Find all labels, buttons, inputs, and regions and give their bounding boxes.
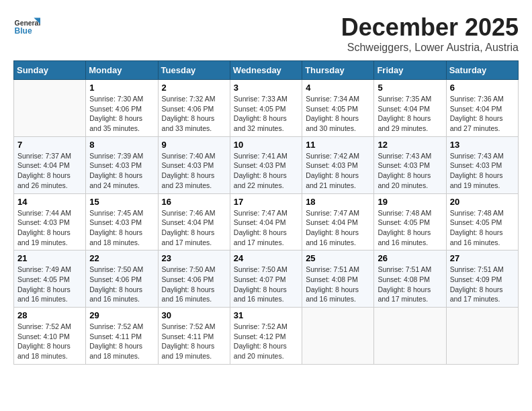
- calendar-cell: 11Sunrise: 7:42 AMSunset: 4:03 PMDayligh…: [302, 136, 374, 193]
- day-number: 20: [450, 197, 515, 207]
- day-info: Sunrise: 7:52 AMSunset: 4:12 PMDaylight:…: [234, 322, 298, 361]
- day-info: Sunrise: 7:30 AMSunset: 4:06 PMDaylight:…: [89, 94, 154, 134]
- calendar-cell: 13Sunrise: 7:43 AMSunset: 4:03 PMDayligh…: [446, 136, 518, 193]
- calendar-cell: 4Sunrise: 7:34 AMSunset: 4:05 PMDaylight…: [302, 80, 374, 137]
- calendar-header-row: SundayMondayTuesdayWednesdayThursdayFrid…: [14, 61, 519, 80]
- logo: General Blue: [13, 13, 43, 40]
- calendar-cell: [374, 308, 446, 365]
- calendar-cell: 10Sunrise: 7:41 AMSunset: 4:03 PMDayligh…: [230, 136, 302, 193]
- calendar-cell: [302, 308, 374, 365]
- day-number: 23: [162, 253, 226, 263]
- calendar-cell: [14, 80, 86, 137]
- day-info: Sunrise: 7:50 AMSunset: 4:07 PMDaylight:…: [234, 265, 298, 304]
- calendar-cell: 21Sunrise: 7:49 AMSunset: 4:05 PMDayligh…: [14, 250, 86, 308]
- day-info: Sunrise: 7:40 AMSunset: 4:03 PMDaylight:…: [162, 151, 226, 191]
- calendar-cell: 29Sunrise: 7:52 AMSunset: 4:11 PMDayligh…: [86, 308, 158, 365]
- logo-icon: General Blue: [13, 13, 40, 40]
- day-number: 27: [450, 253, 515, 263]
- day-number: 12: [378, 140, 442, 150]
- calendar-cell: 30Sunrise: 7:52 AMSunset: 4:11 PMDayligh…: [158, 308, 230, 365]
- calendar-cell: 8Sunrise: 7:39 AMSunset: 4:03 PMDaylight…: [86, 136, 158, 193]
- day-number: 4: [306, 83, 370, 93]
- day-number: 24: [234, 253, 298, 263]
- day-info: Sunrise: 7:37 AMSunset: 4:04 PMDaylight:…: [17, 151, 82, 191]
- month-title: December 2025: [341, 13, 519, 42]
- day-number: 3: [234, 83, 298, 93]
- day-number: 7: [17, 140, 82, 150]
- day-number: 11: [306, 140, 370, 150]
- calendar-week-row: 28Sunrise: 7:52 AMSunset: 4:10 PMDayligh…: [14, 308, 519, 365]
- day-info: Sunrise: 7:33 AMSunset: 4:05 PMDaylight:…: [234, 94, 298, 134]
- calendar-week-row: 1Sunrise: 7:30 AMSunset: 4:06 PMDaylight…: [14, 80, 519, 137]
- col-header-sunday: Sunday: [14, 61, 86, 80]
- day-number: 8: [89, 140, 154, 150]
- day-info: Sunrise: 7:46 AMSunset: 4:04 PMDaylight:…: [162, 208, 226, 248]
- day-number: 26: [378, 253, 442, 263]
- day-info: Sunrise: 7:35 AMSunset: 4:04 PMDaylight:…: [378, 94, 442, 134]
- day-info: Sunrise: 7:51 AMSunset: 4:08 PMDaylight:…: [306, 265, 370, 304]
- day-info: Sunrise: 7:52 AMSunset: 4:11 PMDaylight:…: [162, 322, 226, 361]
- calendar-cell: [446, 308, 518, 365]
- day-number: 29: [89, 310, 154, 320]
- calendar-table: SundayMondayTuesdayWednesdayThursdayFrid…: [13, 60, 519, 365]
- day-number: 18: [306, 197, 370, 207]
- day-info: Sunrise: 7:43 AMSunset: 4:03 PMDaylight:…: [378, 151, 442, 191]
- day-number: 5: [378, 83, 442, 93]
- day-info: Sunrise: 7:34 AMSunset: 4:05 PMDaylight:…: [306, 94, 370, 134]
- calendar-cell: 2Sunrise: 7:32 AMSunset: 4:06 PMDaylight…: [158, 80, 230, 137]
- calendar-cell: 31Sunrise: 7:52 AMSunset: 4:12 PMDayligh…: [230, 308, 302, 365]
- calendar-cell: 12Sunrise: 7:43 AMSunset: 4:03 PMDayligh…: [374, 136, 446, 193]
- day-info: Sunrise: 7:41 AMSunset: 4:03 PMDaylight:…: [234, 151, 298, 191]
- calendar-cell: 25Sunrise: 7:51 AMSunset: 4:08 PMDayligh…: [302, 250, 374, 308]
- calendar-cell: 19Sunrise: 7:48 AMSunset: 4:05 PMDayligh…: [374, 193, 446, 250]
- calendar-cell: 16Sunrise: 7:46 AMSunset: 4:04 PMDayligh…: [158, 193, 230, 250]
- day-number: 25: [306, 253, 370, 263]
- svg-text:Blue: Blue: [15, 26, 32, 36]
- day-info: Sunrise: 7:50 AMSunset: 4:06 PMDaylight:…: [89, 265, 154, 304]
- day-number: 17: [234, 197, 298, 207]
- calendar-cell: 27Sunrise: 7:51 AMSunset: 4:09 PMDayligh…: [446, 250, 518, 308]
- day-number: 22: [89, 253, 154, 263]
- calendar-week-row: 14Sunrise: 7:44 AMSunset: 4:03 PMDayligh…: [14, 193, 519, 250]
- day-number: 6: [450, 83, 515, 93]
- calendar-cell: 23Sunrise: 7:50 AMSunset: 4:06 PMDayligh…: [158, 250, 230, 308]
- calendar-cell: 6Sunrise: 7:36 AMSunset: 4:04 PMDaylight…: [446, 80, 518, 137]
- col-header-thursday: Thursday: [302, 61, 374, 80]
- day-info: Sunrise: 7:50 AMSunset: 4:06 PMDaylight:…: [162, 265, 226, 304]
- day-number: 30: [162, 310, 226, 320]
- day-number: 1: [89, 83, 154, 93]
- day-info: Sunrise: 7:43 AMSunset: 4:03 PMDaylight:…: [450, 151, 515, 191]
- day-info: Sunrise: 7:48 AMSunset: 4:05 PMDaylight:…: [450, 208, 515, 248]
- day-info: Sunrise: 7:32 AMSunset: 4:06 PMDaylight:…: [162, 94, 226, 134]
- calendar-cell: 26Sunrise: 7:51 AMSunset: 4:08 PMDayligh…: [374, 250, 446, 308]
- calendar-week-row: 7Sunrise: 7:37 AMSunset: 4:04 PMDaylight…: [14, 136, 519, 193]
- calendar-cell: 17Sunrise: 7:47 AMSunset: 4:04 PMDayligh…: [230, 193, 302, 250]
- day-info: Sunrise: 7:49 AMSunset: 4:05 PMDaylight:…: [17, 265, 82, 304]
- day-number: 21: [17, 253, 82, 263]
- calendar-cell: 14Sunrise: 7:44 AMSunset: 4:03 PMDayligh…: [14, 193, 86, 250]
- day-number: 19: [378, 197, 442, 207]
- calendar-cell: 20Sunrise: 7:48 AMSunset: 4:05 PMDayligh…: [446, 193, 518, 250]
- calendar-cell: 15Sunrise: 7:45 AMSunset: 4:03 PMDayligh…: [86, 193, 158, 250]
- calendar-cell: 18Sunrise: 7:47 AMSunset: 4:04 PMDayligh…: [302, 193, 374, 250]
- col-header-tuesday: Tuesday: [158, 61, 230, 80]
- day-number: 16: [162, 197, 226, 207]
- day-info: Sunrise: 7:44 AMSunset: 4:03 PMDaylight:…: [17, 208, 82, 248]
- calendar-cell: 28Sunrise: 7:52 AMSunset: 4:10 PMDayligh…: [14, 308, 86, 365]
- calendar-cell: 5Sunrise: 7:35 AMSunset: 4:04 PMDaylight…: [374, 80, 446, 137]
- page-header: General Blue December 2025 Schweiggers, …: [13, 13, 519, 54]
- col-header-monday: Monday: [86, 61, 158, 80]
- svg-text:General: General: [15, 19, 40, 27]
- day-info: Sunrise: 7:47 AMSunset: 4:04 PMDaylight:…: [306, 208, 370, 248]
- calendar-cell: 24Sunrise: 7:50 AMSunset: 4:07 PMDayligh…: [230, 250, 302, 308]
- col-header-saturday: Saturday: [446, 61, 518, 80]
- day-info: Sunrise: 7:52 AMSunset: 4:10 PMDaylight:…: [17, 322, 82, 361]
- calendar-cell: 3Sunrise: 7:33 AMSunset: 4:05 PMDaylight…: [230, 80, 302, 137]
- day-number: 14: [17, 197, 82, 207]
- day-info: Sunrise: 7:39 AMSunset: 4:03 PMDaylight:…: [89, 151, 154, 191]
- day-info: Sunrise: 7:47 AMSunset: 4:04 PMDaylight:…: [234, 208, 298, 248]
- day-info: Sunrise: 7:42 AMSunset: 4:03 PMDaylight:…: [306, 151, 370, 191]
- subtitle: Schweiggers, Lower Austria, Austria: [341, 42, 519, 54]
- day-number: 13: [450, 140, 515, 150]
- day-number: 28: [17, 310, 82, 320]
